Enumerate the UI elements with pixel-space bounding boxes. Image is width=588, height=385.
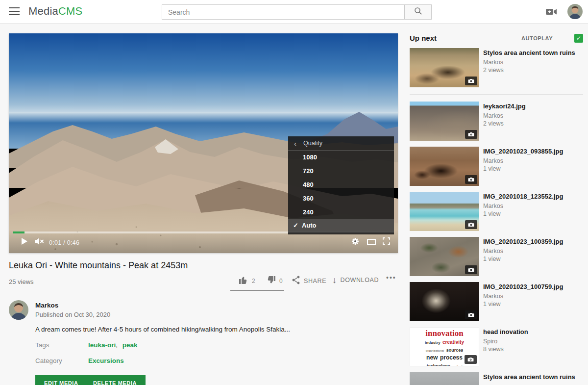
camera-icon bbox=[465, 220, 477, 229]
volume-muted-icon[interactable] bbox=[34, 237, 44, 247]
item-author: Markos bbox=[483, 203, 503, 209]
item-title: leykaori24.jpg bbox=[483, 103, 582, 110]
search-button[interactable] bbox=[405, 4, 432, 20]
upload-media-button[interactable] bbox=[545, 7, 558, 16]
tag-separator: , bbox=[116, 341, 118, 349]
wordcloud-word: new bbox=[426, 354, 438, 361]
video-player[interactable]: ‹ Quality 1080 720 480 360 240 ✓ Auto bbox=[9, 33, 398, 253]
view-count: 25 views bbox=[9, 278, 34, 285]
hamburger-menu-icon[interactable] bbox=[9, 7, 20, 15]
media-title: Leuka Ori - White mountains - Peak at 24… bbox=[9, 260, 188, 271]
quality-option-720[interactable]: 720 bbox=[288, 164, 394, 178]
upnext-item-3[interactable]: IMG_20201023_093855.jpg Markos 1 view bbox=[410, 147, 583, 186]
item-title: IMG_20201023_093855.jpg bbox=[483, 148, 582, 155]
dislike-button[interactable]: 0 bbox=[266, 276, 283, 286]
tag-leuka-ori[interactable]: leuka-ori bbox=[88, 341, 116, 349]
check-icon: ✓ bbox=[576, 35, 581, 42]
item-author: Spiro bbox=[483, 338, 497, 345]
sidebar-divider bbox=[410, 94, 583, 95]
category-link[interactable]: Excursions bbox=[88, 357, 124, 364]
item-views: 8 views bbox=[483, 346, 504, 353]
share-button[interactable]: SHARE bbox=[292, 276, 326, 286]
quality-option-240[interactable]: 240 bbox=[288, 205, 394, 219]
upnext-item-6[interactable]: IMG_20201023_100759.jpg Markos 1 view bbox=[410, 282, 583, 321]
camera-icon bbox=[465, 130, 477, 139]
fullscreen-icon[interactable] bbox=[383, 237, 390, 247]
quality-menu-title: Quality bbox=[303, 140, 322, 147]
like-count: 2 bbox=[252, 278, 255, 284]
autoplay-label: AUTOPLAY bbox=[521, 35, 553, 41]
delete-media-button[interactable]: DELETE MEDIA bbox=[84, 375, 146, 385]
media-actions: 2 0 SHARE ↓ DOWNLOAD ••• bbox=[225, 274, 398, 293]
wordcloud-word: technology bbox=[427, 363, 450, 366]
thumbnail-misty-mountains bbox=[410, 372, 479, 385]
upnext-item-4[interactable]: IMG_20201018_123552.jpg Markos 1 view bbox=[410, 192, 583, 231]
autoplay-checkbox[interactable]: ✓ bbox=[574, 34, 583, 43]
quality-selected-label: Auto bbox=[302, 222, 317, 229]
top-navbar: MediaCMS bbox=[0, 0, 588, 24]
tag-links: leuka-ori, peak bbox=[88, 341, 138, 349]
dislike-count: 0 bbox=[279, 278, 283, 284]
thumbnail-leykaori24 bbox=[410, 102, 479, 141]
upnext-item-5[interactable]: IMG_20201023_100359.jpg Markos 1 view bbox=[410, 237, 583, 276]
item-views: 1 view bbox=[483, 165, 500, 172]
rating-underline bbox=[230, 290, 284, 291]
upnext-item-2[interactable]: leykaori24.jpg Markos 2 views bbox=[410, 102, 583, 141]
quality-menu: ‹ Quality 1080 720 480 360 240 ✓ Auto bbox=[288, 136, 394, 234]
search-input[interactable] bbox=[162, 4, 405, 20]
theater-mode-icon[interactable] bbox=[367, 238, 376, 247]
progress-played bbox=[13, 231, 24, 233]
up-next-heading: Up next bbox=[410, 34, 437, 42]
item-title: Stylos area ancient town ruins bbox=[483, 49, 582, 57]
item-author: Markos bbox=[483, 59, 503, 66]
user-avatar[interactable] bbox=[567, 4, 583, 19]
upnext-item-8[interactable]: Stylos area ancient town ruins bbox=[410, 372, 583, 385]
camera-icon bbox=[465, 355, 477, 364]
download-button[interactable]: ↓ DOWNLOAD bbox=[332, 276, 379, 284]
quality-option-auto[interactable]: ✓ Auto bbox=[288, 219, 394, 232]
author-avatar[interactable] bbox=[9, 300, 28, 320]
item-title: Stylos area ancient town ruins bbox=[483, 373, 582, 381]
thumbnail-cave-rocks bbox=[410, 147, 479, 186]
wordcloud-word: creativity bbox=[442, 339, 464, 345]
item-title: head inovation bbox=[483, 328, 582, 336]
quality-option-480[interactable]: 480 bbox=[288, 178, 394, 192]
thumbs-up-icon bbox=[239, 276, 248, 286]
item-views: 1 view bbox=[483, 256, 500, 262]
thumbnail-rocky-cliff bbox=[410, 237, 479, 276]
wordcloud-word: sources bbox=[446, 348, 464, 353]
quality-option-1080[interactable]: 1080 bbox=[288, 151, 394, 164]
camera-icon bbox=[465, 265, 477, 274]
tag-peak[interactable]: peak bbox=[122, 341, 138, 349]
camera-icon bbox=[465, 175, 477, 184]
item-author: Markos bbox=[483, 293, 503, 300]
edit-media-button[interactable]: EDIT MEDIA bbox=[35, 375, 87, 385]
chevron-left-icon: ‹ bbox=[294, 140, 296, 147]
thumbs-down-icon bbox=[266, 276, 276, 286]
item-title: IMG_20201018_123552.jpg bbox=[483, 193, 582, 201]
download-label: DOWNLOAD bbox=[341, 277, 379, 283]
settings-gear-icon[interactable] bbox=[351, 237, 359, 247]
like-button[interactable]: 2 bbox=[239, 276, 255, 286]
play-button[interactable] bbox=[21, 237, 28, 247]
item-title: IMG_20201023_100359.jpg bbox=[483, 238, 582, 246]
wordcloud-word: industry bbox=[425, 340, 441, 345]
download-arrow-icon: ↓ bbox=[332, 276, 337, 284]
media-description: A dream comes true! After 4-5 hours of c… bbox=[35, 326, 368, 333]
item-views: 1 view bbox=[483, 301, 500, 308]
author-name[interactable]: Markos bbox=[35, 302, 58, 309]
upnext-item-1[interactable]: Stylos area ancient town ruins Markos 2 … bbox=[410, 48, 583, 87]
more-options-icon[interactable]: ••• bbox=[386, 274, 396, 282]
video-camera-add-icon bbox=[545, 9, 558, 18]
quality-option-360[interactable]: 360 bbox=[288, 191, 394, 205]
quality-menu-back[interactable]: ‹ Quality bbox=[288, 136, 394, 151]
wordcloud-word: process bbox=[440, 354, 463, 361]
mediacms-logo[interactable]: MediaCMS bbox=[28, 5, 82, 18]
thumbnail-stylos-ruins bbox=[410, 48, 479, 87]
mediacms-page: MediaCMS bbox=[0, 0, 588, 385]
thumbnail-dark-cave bbox=[410, 282, 479, 321]
upnext-item-7[interactable]: innovation industry creativity organizat… bbox=[410, 327, 583, 366]
item-views: 2 views bbox=[483, 67, 504, 74]
thumbnail-beach-lagoon bbox=[410, 192, 479, 231]
logo-text-cms: CMS bbox=[58, 5, 83, 17]
